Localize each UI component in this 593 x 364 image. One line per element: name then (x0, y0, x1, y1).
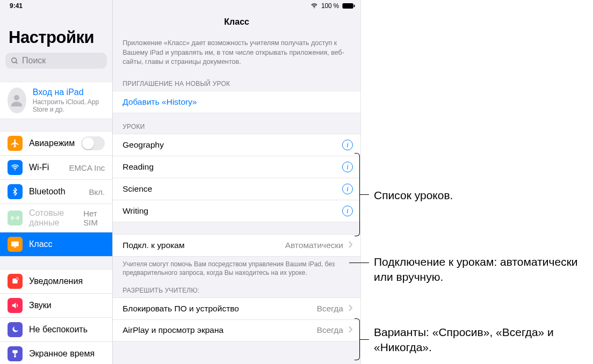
allow-value: Всегда (317, 304, 343, 314)
sidebar-item-classroom[interactable]: Класс (0, 232, 112, 257)
device-frame: 9:41 Настройки Поиск Вход на iPad Настро… (0, 0, 361, 364)
settings-sidebar: 9:41 Настройки Поиск Вход на iPad Настро… (0, 0, 113, 364)
chevron-right-icon (349, 325, 353, 335)
sidebar-item-sounds[interactable]: Звуки (0, 293, 112, 317)
bracket (355, 318, 360, 360)
sidebar-item-dnd[interactable]: Не беспокоить (0, 317, 112, 341)
class-label: Reading (122, 162, 337, 172)
sidebar-group-alerts: Уведомления Звуки Не беспокоить Экранное… (0, 269, 112, 364)
callout-allow: Варианты: «Спросив», «Всегда» и «Никогда… (374, 325, 583, 355)
wifi-icon (8, 160, 23, 175)
svg-rect-5 (11, 242, 19, 246)
svg-rect-6 (14, 247, 17, 248)
label: Не беспокоить (29, 325, 105, 334)
allow-list: Блокировать ПО и устройство Всегда AirPl… (113, 297, 360, 341)
allow-header: РАЗРЕШИТЬ УЧИТЕЛЮ: (113, 277, 360, 297)
class-row[interactable]: Geography i (113, 134, 360, 156)
svg-point-2 (14, 95, 19, 100)
label: Bluetooth (29, 187, 83, 196)
value: EMCA Inc (69, 163, 105, 172)
lead-line (360, 194, 369, 195)
label: Класс (29, 239, 105, 249)
signin-line1: Вход на iPad (33, 88, 105, 97)
allow-airplay-row[interactable]: AirPlay и просмотр экрана Всегда (113, 319, 360, 341)
add-class-button[interactable]: Добавить «History» (113, 91, 360, 113)
svg-line-1 (16, 62, 17, 63)
allow-label: Блокировать ПО и устройство (122, 304, 311, 314)
status-time: 9:41 (0, 0, 112, 10)
allow-label: AirPlay и просмотр экрана (122, 325, 311, 335)
svg-rect-9 (12, 350, 17, 353)
sidebar-item-cellular[interactable]: Сотовые данные Нет SIM (0, 203, 112, 232)
svg-point-12 (314, 8, 315, 9)
join-list: Подкл. к урокам Автоматически (113, 234, 360, 257)
add-class-label: Добавить «History» (122, 97, 197, 107)
join-classes-row[interactable]: Подкл. к урокам Автоматически (113, 235, 360, 256)
bluetooth-icon (8, 184, 23, 199)
annotations: Список уроков. Подключение к урокам: авт… (361, 0, 593, 364)
value: Нет SIM (83, 209, 105, 227)
class-label: Science (122, 184, 337, 194)
battery-icon (342, 3, 355, 9)
invite-header: ПРИГЛАШЕНИЕ НА НОВЫЙ УРОК (113, 70, 360, 91)
classes-header: УРОКИ (113, 113, 360, 134)
sidebar-item-bluetooth[interactable]: Bluetooth Вкл. (0, 179, 112, 203)
sidebar-item-notifications[interactable]: Уведомления (0, 270, 112, 293)
join-label: Подкл. к урокам (122, 241, 279, 250)
svg-rect-10 (14, 355, 16, 358)
info-icon[interactable]: i (342, 140, 353, 150)
bracket (355, 153, 360, 236)
svg-point-8 (16, 278, 19, 280)
info-icon[interactable]: i (342, 162, 353, 172)
chevron-right-icon (349, 241, 353, 250)
label: Уведомления (29, 276, 105, 286)
detail-description: Приложение «Класс» дает возможность учит… (113, 27, 360, 70)
label: Wi-Fi (29, 163, 63, 172)
svg-rect-14 (354, 5, 355, 8)
classes-list: Geography i Reading i Science i Writing … (113, 134, 360, 222)
signin-row[interactable]: Вход на iPad Настроить iCloud, App Store… (0, 82, 112, 119)
sidebar-item-airplane[interactable]: Авиарежим (0, 132, 112, 155)
avatar-icon (8, 88, 26, 113)
class-label: Geography (122, 140, 337, 150)
value: Вкл. (89, 187, 105, 196)
class-row[interactable]: Writing i (113, 200, 360, 222)
invite-list: Добавить «History» (113, 91, 360, 113)
class-row[interactable]: Reading i (113, 156, 360, 178)
info-icon[interactable]: i (342, 206, 353, 216)
screentime-icon (8, 346, 23, 361)
sounds-icon (8, 298, 23, 313)
label: Звуки (29, 301, 105, 310)
class-row[interactable]: Science i (113, 178, 360, 200)
sidebar-item-wifi[interactable]: Wi-Fi EMCA Inc (0, 155, 112, 179)
dnd-icon (8, 322, 23, 337)
lead-line (349, 263, 369, 263)
lead-line (360, 339, 369, 340)
label: Сотовые данные (29, 208, 77, 228)
allow-lock-row[interactable]: Блокировать ПО и устройство Всегда (113, 298, 360, 319)
svg-rect-13 (342, 3, 353, 9)
sidebar-item-screentime[interactable]: Экранное время (0, 341, 112, 364)
airplane-toggle[interactable] (81, 136, 105, 150)
chevron-right-icon (349, 304, 353, 314)
sidebar-title: Настройки (0, 10, 112, 50)
callout-join: Подключение к урокам: автоматически или … (374, 254, 583, 285)
status-battery: 100 % (310, 2, 355, 10)
wifi-status-icon (310, 2, 318, 10)
callout-classes: Список уроков. (374, 188, 453, 203)
svg-point-0 (12, 57, 17, 62)
label: Экранное время (29, 349, 105, 359)
sidebar-group-connectivity: Авиарежим Wi-Fi EMCA Inc Bluetooth Вкл. (0, 131, 112, 257)
search-placeholder: Поиск (22, 56, 46, 65)
notifications-icon (8, 274, 23, 289)
signin-text: Вход на iPad Настроить iCloud, App Store… (33, 88, 105, 113)
classroom-icon (8, 237, 23, 252)
signin-line2: Настроить iCloud, App Store и др. (33, 98, 105, 113)
search-field[interactable]: Поиск (5, 53, 107, 69)
join-value: Автоматически (285, 241, 343, 250)
info-icon[interactable]: i (342, 184, 353, 194)
svg-point-3 (15, 170, 16, 171)
allow-value: Всегда (317, 325, 343, 335)
cellular-icon (8, 210, 23, 225)
join-footer: Учителя смогут помочь Вам посредством уп… (113, 257, 360, 277)
